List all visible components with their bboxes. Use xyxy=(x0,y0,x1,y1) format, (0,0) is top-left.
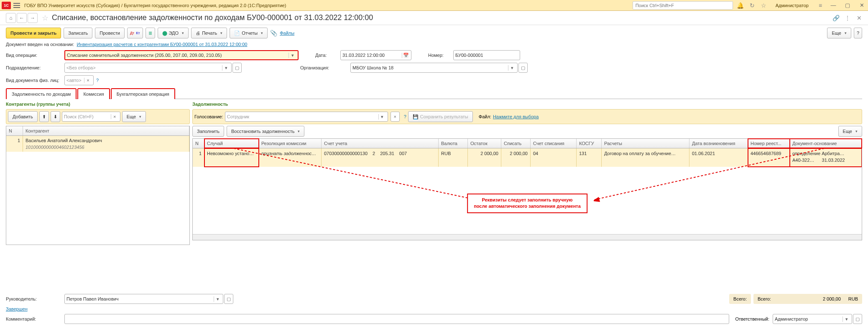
annotation-box: Реквизиты следует заполнить вручную посл… xyxy=(467,194,587,213)
basis-link[interactable]: Инвентаризация расчетов с контрагентами … xyxy=(77,42,247,47)
save-button[interactable]: Записать xyxy=(64,28,92,38)
edo-button[interactable]: ⬤ ЭДО xyxy=(158,28,189,38)
col-registry[interactable]: Номер реест... xyxy=(748,139,790,148)
file-link[interactable]: Нажмите для выбора xyxy=(493,114,539,119)
dept-open-button[interactable]: ▢ xyxy=(232,63,242,73)
link-icon[interactable]: 🔗 xyxy=(831,13,840,23)
contractor-more-button[interactable]: Еще xyxy=(122,111,146,122)
col-writeoff-acc[interactable]: Счет списания xyxy=(531,139,577,148)
restore-debt-button[interactable]: Восстановить задолженность xyxy=(227,126,304,137)
org-open-button[interactable]: ▢ xyxy=(518,63,528,73)
save-results-button[interactable]: 💾 Сохранить результаты xyxy=(408,111,473,122)
maximize-button[interactable]: ▢ xyxy=(843,1,852,10)
vote-field[interactable]: Сотрудник▾ xyxy=(225,112,388,122)
current-user[interactable]: Администратор xyxy=(776,3,809,8)
report-icon: 📄 xyxy=(234,31,240,36)
list-button[interactable]: ≣ xyxy=(146,28,155,38)
col-balance[interactable]: Остаток xyxy=(468,139,501,148)
add-contractor-button[interactable]: Добавить xyxy=(8,111,38,122)
global-search-input[interactable] xyxy=(633,1,733,10)
app-title: ГОБУ ВПО Университет искусств (Субсидия)… xyxy=(24,3,633,8)
print-button[interactable]: 🖨 Печать xyxy=(191,28,227,38)
tabbar: Задолженность по доходам Комиссия Бухгал… xyxy=(0,88,868,99)
col-account[interactable]: Счет учета xyxy=(322,139,439,148)
post-button[interactable]: Провести xyxy=(95,28,125,38)
main-toolbar: Провести и закрыть Записать Провести ДтК… xyxy=(0,25,868,41)
doctype-help[interactable]: ? xyxy=(96,78,99,83)
responsible-label: Ответственный: xyxy=(735,316,769,321)
minimize-button[interactable]: — xyxy=(829,1,838,10)
dept-field[interactable]: <Без отбора>▾ xyxy=(64,63,232,73)
responsible-open[interactable]: ▢ xyxy=(853,314,862,324)
col-writeoff[interactable]: Списать xyxy=(501,139,531,148)
vote-help[interactable]: ? xyxy=(404,114,406,119)
col-debt-date[interactable]: Дата возникновения xyxy=(689,139,748,148)
col-currency[interactable]: Валюта xyxy=(439,139,468,148)
doctype-field[interactable]: <авто>× xyxy=(64,75,94,85)
completed-link[interactable]: Завершен xyxy=(6,306,28,311)
date-field[interactable]: 31.03.2022 12:00:00📅 xyxy=(340,50,411,60)
basis-row: Документ введен на основании: Инвентариз… xyxy=(0,41,868,50)
vote-clear[interactable]: × xyxy=(391,112,400,122)
star-icon[interactable]: ☆ xyxy=(761,2,767,9)
comment-field[interactable] xyxy=(64,314,729,324)
panel-icon[interactable]: ≡ xyxy=(817,2,824,9)
col-contractor[interactable]: Контрагент xyxy=(23,126,189,135)
chief-label: Руководитель: xyxy=(6,296,64,301)
help-button[interactable]: ? xyxy=(854,28,862,38)
files-link[interactable]: Файлы xyxy=(280,31,294,36)
total-right: Всего: 2 000,00 RUB xyxy=(753,294,862,304)
col-calc[interactable]: Расчеты xyxy=(602,139,689,148)
col-resolution[interactable]: Резолюция комиссии xyxy=(259,139,322,148)
attach-icon[interactable]: 📎 xyxy=(270,30,277,36)
chief-open[interactable]: ▢ xyxy=(224,294,233,304)
dtkt-button[interactable]: ДтКт xyxy=(127,28,143,38)
vote-label: Голосование: xyxy=(194,114,223,119)
org-field[interactable]: МБОУ Школа № 18▾ xyxy=(350,63,518,73)
h-scrollbar[interactable] xyxy=(193,234,862,240)
tab-debt[interactable]: Задолженность по доходам xyxy=(6,88,77,99)
menu-icon[interactable] xyxy=(13,3,20,8)
contractor-search[interactable]: Поиск (Ctrl+F)× xyxy=(62,112,120,122)
fill-button[interactable]: Заполнить xyxy=(192,126,224,137)
responsible-field[interactable]: Администратор▾ xyxy=(773,314,852,324)
back-button[interactable]: ← xyxy=(17,13,27,23)
history-icon[interactable]: ↻ xyxy=(749,2,756,9)
close-window-button[interactable]: ✕ xyxy=(857,1,866,10)
favorite-icon[interactable]: ☆ xyxy=(42,13,49,23)
up-button[interactable]: ⬆ xyxy=(39,111,49,122)
down-button[interactable]: ⬇ xyxy=(51,111,60,122)
file-label: Файл: xyxy=(479,114,491,119)
logo-1c: 1С xyxy=(2,2,11,9)
options-icon[interactable]: ⋮ xyxy=(843,13,852,23)
printer-icon: 🖨 xyxy=(196,31,200,36)
reports-button[interactable]: 📄 Отчеты xyxy=(230,28,268,38)
chief-field[interactable]: Петров Павел Иванович▾ xyxy=(64,294,223,304)
col-n[interactable]: N xyxy=(6,126,23,135)
debt-title: Задолженность xyxy=(192,102,862,107)
doctype-label: Вид документа физ. лиц: xyxy=(6,78,64,83)
col-n2[interactable]: N xyxy=(193,139,204,148)
page-header: ⌂ ← → ☆ Списание, восстановление задолже… xyxy=(0,11,868,25)
contractor-row[interactable]: 1 Васильев Анатолий Александрович 101000… xyxy=(6,136,189,152)
col-case[interactable]: Случай xyxy=(204,139,259,148)
number-field[interactable]: БУ00-000001 xyxy=(453,50,520,60)
page-title: Списание, восстановление задолженности п… xyxy=(52,13,373,22)
close-tab-button[interactable]: ✕ xyxy=(855,13,864,23)
post-and-close-button[interactable]: Провести и закрыть xyxy=(6,28,61,38)
number-label: Номер: xyxy=(428,53,453,58)
bell-icon[interactable]: 🔔 xyxy=(737,2,744,9)
home-button[interactable]: ⌂ xyxy=(6,13,16,23)
date-label: Дата: xyxy=(315,53,340,58)
app-topbar: 1С ГОБУ ВПО Университет искусств (Субсид… xyxy=(0,0,868,11)
forward-button[interactable]: → xyxy=(28,13,38,23)
tab-accounting[interactable]: Бухгалтерская операция xyxy=(111,88,175,99)
more-button[interactable]: Еще xyxy=(827,28,851,38)
dept-label: Подразделение: xyxy=(6,65,64,70)
debt-row[interactable]: 1 Невозможно установить … признать задол… xyxy=(193,148,862,167)
operation-field[interactable]: Списание сомнительной задолженности (205… xyxy=(64,50,299,60)
debt-more-button[interactable]: Еще xyxy=(838,126,862,137)
col-source-doc[interactable]: Документ-основание xyxy=(790,139,862,148)
tab-commission[interactable]: Комиссия xyxy=(77,88,110,99)
col-kosgu[interactable]: КОСГУ xyxy=(577,139,602,148)
